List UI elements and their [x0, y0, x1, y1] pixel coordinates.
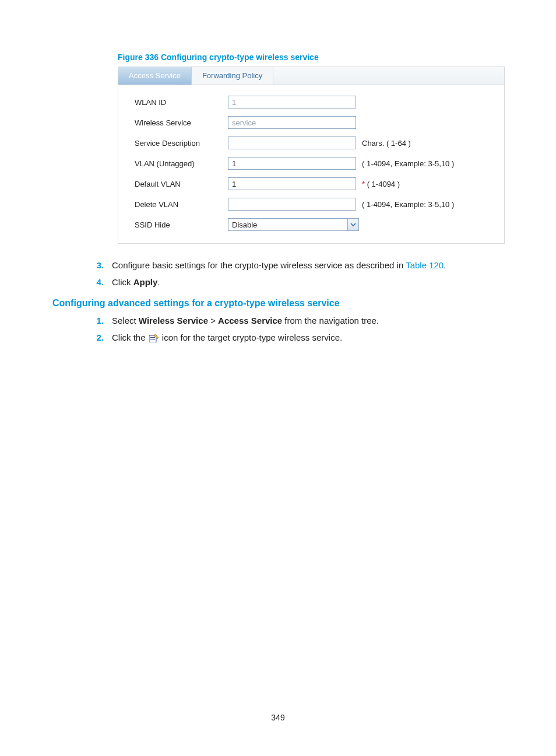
tab-forwarding-policy[interactable]: Forwarding Policy: [192, 67, 273, 85]
tab-access-service[interactable]: Access Service: [118, 67, 192, 85]
row-default-vlan: Default VLAN * ( 1-4094 ): [135, 177, 492, 190]
row-wireless-service: Wireless Service: [135, 116, 492, 129]
label-service-description: Service Description: [135, 139, 228, 148]
step2-2: 2. Click the icon for the target crypto-…: [87, 331, 504, 345]
step-4-text: Click Apply.: [112, 276, 160, 289]
select-ssid-hide[interactable]: Disable: [228, 218, 359, 231]
step-4-bold: Apply: [133, 277, 158, 287]
step2-1-num: 1.: [87, 314, 104, 328]
step2-1-a: Select: [112, 316, 139, 326]
svg-rect-1: [150, 337, 155, 338]
step2-1: 1. Select Wireless Service > Access Serv…: [87, 314, 504, 328]
input-service-description[interactable]: [228, 136, 356, 149]
step2-2-text: Click the icon for the target crypto-typ…: [112, 331, 342, 345]
hint-delete-vlan: ( 1-4094, Example: 3-5,10 ): [362, 200, 454, 209]
input-vlan-untagged[interactable]: [228, 157, 356, 170]
svg-rect-2: [150, 339, 155, 340]
input-delete-vlan[interactable]: [228, 198, 356, 211]
row-service-description: Service Description Chars. ( 1-64 ): [135, 136, 492, 149]
step2-1-c: from the navigation tree.: [282, 316, 379, 326]
step-3-post: .: [444, 260, 446, 270]
row-vlan-untagged: VLAN (Untagged) ( 1-4094, Example: 3-5,1…: [135, 157, 492, 170]
figure-caption: Figure 336 Configuring crypto-type wirel…: [118, 52, 504, 62]
label-default-vlan: Default VLAN: [135, 180, 228, 188]
label-delete-vlan: Delete VLAN: [135, 200, 228, 209]
step-3-num: 3.: [87, 259, 104, 272]
step-3-text: Configure basic settings for the crypto-…: [112, 259, 446, 272]
step2-1-text: Select Wireless Service > Access Service…: [112, 314, 379, 328]
screenshot-panel: Access Service Forwarding Policy WLAN ID…: [118, 66, 505, 244]
label-ssid-hide: SSID Hide: [135, 220, 228, 229]
select-ssid-hide-value: Disable: [232, 220, 257, 229]
label-wlan-id: WLAN ID: [135, 98, 228, 107]
step2-1-gt: >: [208, 316, 218, 326]
form-area: WLAN ID Wireless Service Service Descrip…: [118, 85, 504, 243]
step-3: 3. Configure basic settings for the cryp…: [87, 259, 504, 272]
label-vlan-untagged: VLAN (Untagged): [135, 159, 228, 168]
input-default-vlan[interactable]: [228, 177, 356, 190]
step2-1-b1: Wireless Service: [139, 316, 208, 326]
page: Figure 336 Configuring crypto-type wirel…: [0, 0, 556, 756]
step-4-num: 4.: [87, 276, 104, 289]
hint-service-description: Chars. ( 1-64 ): [362, 139, 411, 148]
label-wireless-service: Wireless Service: [135, 118, 228, 127]
step2-2-a: Click the: [112, 332, 148, 342]
row-wlan-id: WLAN ID: [135, 96, 492, 108]
steps-second: 1. Select Wireless Service > Access Serv…: [87, 314, 504, 344]
tab-bar: Access Service Forwarding Policy: [118, 67, 504, 85]
step2-1-b2: Access Service: [218, 316, 282, 326]
input-wireless-service[interactable]: [228, 116, 356, 129]
section-heading: Configuring advanced settings for a cryp…: [52, 298, 504, 309]
row-ssid-hide: SSID Hide Disable: [135, 218, 492, 231]
step2-2-b: icon for the target crypto-type wireless…: [160, 332, 342, 342]
link-table-120[interactable]: Table 120: [406, 260, 444, 270]
page-number: 349: [0, 713, 556, 722]
step-4: 4. Click Apply.: [87, 276, 504, 289]
chevron-down-icon: [347, 219, 358, 230]
hint-vlan-untagged: ( 1-4094, Example: 3-5,10 ): [362, 159, 454, 168]
input-wlan-id[interactable]: [228, 96, 356, 108]
step-3-pre: Configure basic settings for the crypto-…: [112, 260, 406, 270]
step-4-pre: Click: [112, 277, 133, 287]
hint-default-vlan: * ( 1-4094 ): [362, 180, 400, 188]
steps-first: 3. Configure basic settings for the cryp…: [87, 259, 504, 289]
hint-default-vlan-text: ( 1-4094 ): [365, 180, 400, 188]
step2-2-num: 2.: [87, 331, 104, 345]
edit-icon: [149, 334, 159, 342]
step-4-post: .: [157, 277, 160, 287]
row-delete-vlan: Delete VLAN ( 1-4094, Example: 3-5,10 ): [135, 198, 492, 211]
